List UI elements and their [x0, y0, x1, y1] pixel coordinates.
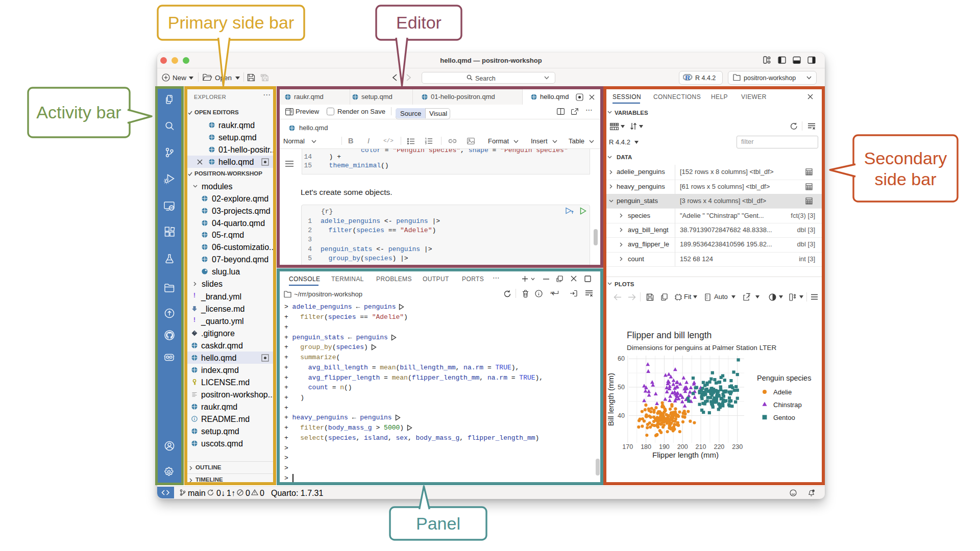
- svg-text:170: 170: [622, 443, 633, 450]
- svg-text:Penguin species: Penguin species: [757, 374, 811, 382]
- svg-text:40: 40: [618, 412, 625, 419]
- svg-text:210: 210: [696, 443, 706, 450]
- svg-text:Editor: Editor: [396, 13, 442, 32]
- svg-text:R: R: [685, 74, 691, 81]
- svg-text:Adelie: Adelie: [773, 388, 792, 396]
- svg-text:200: 200: [677, 443, 688, 450]
- svg-text:60: 60: [618, 355, 625, 362]
- svg-text:Chinstrap: Chinstrap: [773, 401, 802, 409]
- svg-text:Bill length (mm): Bill length (mm): [606, 373, 615, 426]
- svg-text:220: 220: [714, 443, 724, 450]
- svg-text:Dimensions for penguins at Pal: Dimensions for penguins at Palmer Statio…: [627, 344, 776, 352]
- svg-text:Secondary: Secondary: [864, 148, 947, 168]
- svg-text:50: 50: [618, 384, 625, 391]
- svg-text:Flipper length (mm): Flipper length (mm): [652, 450, 719, 459]
- svg-text:Primary side bar: Primary side bar: [168, 13, 295, 32]
- svg-text:Flipper and bill length: Flipper and bill length: [627, 330, 712, 340]
- svg-text:side bar: side bar: [875, 169, 937, 189]
- svg-text:180: 180: [641, 443, 651, 450]
- svg-text:190: 190: [659, 443, 670, 450]
- svg-text:230: 230: [732, 443, 743, 450]
- svg-text:Activity bar: Activity bar: [36, 103, 121, 122]
- svg-text:Panel: Panel: [416, 514, 460, 533]
- svg-text:Gentoo: Gentoo: [773, 414, 795, 421]
